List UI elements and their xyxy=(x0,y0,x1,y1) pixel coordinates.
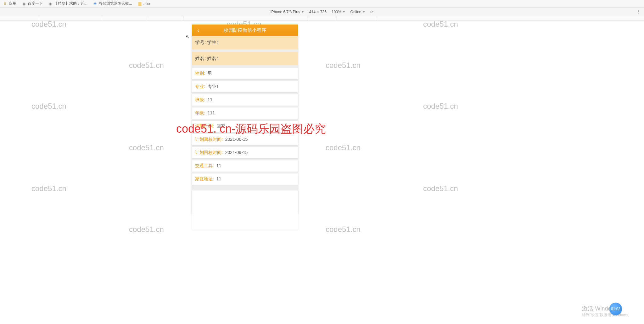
zoom-value: 100% xyxy=(332,10,341,14)
bookmark-label: abo xyxy=(143,2,150,6)
bookmark-label: 【精华】求助：近... xyxy=(54,1,87,6)
field-value: 回家 xyxy=(216,124,225,129)
bookmark-jinghua[interactable]: ◉ 【精华】求助：近... xyxy=(48,1,87,6)
bookmark-apps[interactable]: ⠿ 应用 xyxy=(3,1,16,6)
watermark: code51.cn xyxy=(423,20,458,29)
rotate-icon[interactable]: ⟳ xyxy=(370,10,373,14)
chevron-left-icon: ‹ xyxy=(197,27,199,34)
video-time-badge[interactable]: 01:02 xyxy=(609,303,622,315)
field-value: 男 xyxy=(208,71,212,76)
more-menu-icon[interactable]: ⋮ xyxy=(636,9,640,14)
bookmark-baidu[interactable]: ◉ 百度一下 xyxy=(21,1,43,6)
student-id-row: 学号: 学生1 xyxy=(192,36,298,49)
back-button[interactable]: ‹ xyxy=(192,25,204,36)
app-header: ‹ 校园防疫微信小程序 xyxy=(192,25,298,36)
watermark: code51.cn xyxy=(31,184,66,193)
zoom-selector[interactable]: 100% ▼ xyxy=(332,10,345,14)
info-row-grade[interactable]: 年级: 111 xyxy=(192,107,298,119)
student-id-value: 学生1 xyxy=(207,40,219,45)
device-selector[interactable]: iPhone 6/7/8 Plus ▼ xyxy=(271,10,304,14)
field-label: 计划离校时间: xyxy=(195,137,223,142)
mobile-device-frame: ‹ 校园防疫微信小程序 学号: 学生1 姓名: 姓名1 性别: 男 专业: 专业… xyxy=(192,25,298,213)
field-label: 性别: xyxy=(195,71,205,76)
field-value: 2021-06-15 xyxy=(225,137,248,142)
watermark: code51.cn xyxy=(129,61,164,70)
cursor-icon: ↖ xyxy=(186,34,190,40)
watermark: code51.cn xyxy=(326,143,361,152)
time-value: 01:02 xyxy=(611,307,620,311)
watermark: code51.cn xyxy=(326,61,361,70)
student-name-row: 姓名: 姓名1 xyxy=(192,52,298,65)
network-selector[interactable]: Online ▼ xyxy=(350,10,366,14)
field-label: 家庭地址: xyxy=(195,176,214,181)
dimensions-separator: × xyxy=(317,10,319,14)
field-label: 交通工具: xyxy=(195,163,214,168)
bookmark-label: 应用 xyxy=(9,1,16,6)
activation-line2: 转到"设置"以激活 Windows。 xyxy=(582,312,631,318)
field-value: 111 xyxy=(208,110,215,115)
watermark: code51.cn xyxy=(129,225,164,234)
info-row-major[interactable]: 专业: 专业1 xyxy=(192,81,298,92)
field-value: 11 xyxy=(208,97,213,102)
bookmark-label: 百度一下 xyxy=(28,1,43,6)
chevron-down-icon: ▼ xyxy=(301,10,304,14)
watermark: code51.cn xyxy=(31,102,66,111)
chevron-down-icon: ▼ xyxy=(343,10,345,14)
extra-block xyxy=(192,190,298,230)
devtools-toolbar: iPhone 6/7/8 Plus ▼ 414 × 736 100% ▼ Onl… xyxy=(0,8,644,16)
field-label: 假期计划: xyxy=(195,124,214,129)
field-value: 专业1 xyxy=(208,84,219,89)
watermark: code51.cn xyxy=(326,225,361,234)
device-name: iPhone 6/7/8 Plus xyxy=(271,10,300,14)
folder-icon: ▇ xyxy=(137,1,142,6)
bookmark-abo[interactable]: ▇ abo xyxy=(137,1,150,6)
field-label: 班级: xyxy=(195,97,205,102)
info-row-leave-date[interactable]: 计划离校时间: 2021-06-15 xyxy=(192,134,298,145)
info-row-return-date[interactable]: 计划回校时间: 2021-09-15 xyxy=(192,147,298,158)
info-row-transport[interactable]: 交通工具: 11 xyxy=(192,160,298,172)
field-value: 2021-09-15 xyxy=(225,150,248,155)
paw-icon: ❀ xyxy=(92,1,98,6)
apps-icon: ⠿ xyxy=(3,1,8,6)
field-value: 11 xyxy=(216,163,221,168)
chevron-down-icon: ▼ xyxy=(362,10,365,14)
bookmark-guge[interactable]: ❀ 谷歌浏览器怎么收... xyxy=(92,1,132,6)
info-row-class[interactable]: 班级: 11 xyxy=(192,94,298,106)
student-name-label: 姓名: xyxy=(195,56,206,61)
field-value: 11 xyxy=(216,176,221,181)
watermark: code51.cn xyxy=(129,143,164,152)
student-id-label: 学号: xyxy=(195,40,206,45)
bookmark-label: 谷歌浏览器怎么收... xyxy=(99,1,132,6)
network-value: Online xyxy=(350,10,361,14)
windows-activation-notice: 激活 Windows 转到"设置"以激活 Windows。 xyxy=(582,305,631,318)
device-width: 414 xyxy=(309,10,316,14)
field-label: 计划回校时间: xyxy=(195,150,223,155)
globe-icon: ◉ xyxy=(48,1,53,6)
student-name-value: 姓名1 xyxy=(207,56,219,61)
field-label: 年级: xyxy=(195,110,205,115)
globe-icon: ◉ xyxy=(21,1,26,6)
bookmarks-bar: ⠿ 应用 ◉ 百度一下 ◉ 【精华】求助：近... ❀ 谷歌浏览器怎么收... … xyxy=(0,0,644,8)
device-height: 736 xyxy=(320,10,327,14)
device-dimensions[interactable]: 414 × 736 xyxy=(309,10,327,14)
field-label: 专业: xyxy=(195,84,205,89)
ruler xyxy=(0,16,644,21)
info-row-address[interactable]: 家庭地址: 11 xyxy=(192,173,298,185)
watermark: code51.cn xyxy=(31,20,66,29)
app-title: 校园防疫微信小程序 xyxy=(192,27,298,33)
info-row-holiday-plan[interactable]: 假期计划: 回家 xyxy=(192,121,298,132)
info-list: 性别: 男 专业: 专业1 班级: 11 年级: 111 假期计划: 回家 计划… xyxy=(192,68,298,185)
activation-line1: 激活 Windows xyxy=(582,305,631,312)
canvas-area: code51.cn code51.cn code51.cn code51.cn … xyxy=(0,21,644,324)
info-row-gender[interactable]: 性别: 男 xyxy=(192,68,298,79)
watermark: code51.cn xyxy=(423,102,458,111)
watermark: code51.cn xyxy=(423,184,458,193)
